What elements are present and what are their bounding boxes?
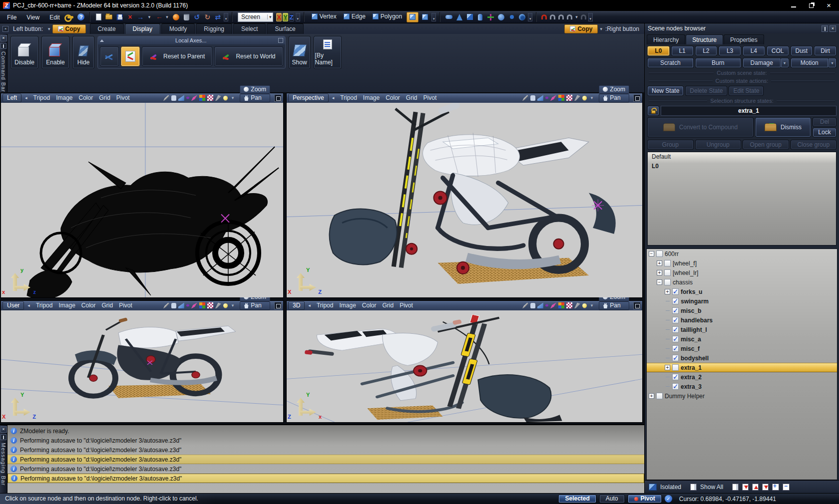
layer-l4-button[interactable]: L4 (743, 46, 765, 56)
tree-checkbox[interactable] (672, 374, 679, 380)
tree-checkbox[interactable] (672, 345, 679, 352)
current-state-field[interactable]: extra_1 (661, 106, 837, 116)
menu-view[interactable]: View (21, 14, 44, 21)
feather-icon[interactable] (215, 95, 221, 101)
tree-checkbox[interactable] (672, 307, 679, 314)
maximize-viewport-icon[interactable] (633, 302, 641, 309)
panel-pin-icon[interactable] (822, 25, 828, 32)
tree-row[interactable]: +Dummy Helper (647, 391, 837, 401)
draw-icon[interactable] (163, 95, 169, 101)
edit-axes-button[interactable] (121, 46, 140, 66)
texture-icon[interactable] (207, 302, 213, 308)
primitive-pill-icon[interactable] (444, 12, 453, 22)
draw-icon[interactable] (522, 302, 528, 308)
texture-icon[interactable] (566, 302, 572, 308)
select-hand-icon[interactable] (530, 303, 535, 308)
zoom-button[interactable]: Zoom (240, 85, 270, 94)
tree-checkbox[interactable] (672, 317, 679, 323)
tree-expander-icon[interactable]: − (649, 251, 654, 256)
draw-icon[interactable] (163, 302, 169, 308)
collapse-group-icon[interactable] (100, 39, 104, 42)
viewport-menu-pivot[interactable]: Pivot (397, 302, 416, 309)
light-icon[interactable] (223, 303, 228, 308)
viewport-display-caret-icon[interactable]: ▾ (589, 303, 595, 308)
license-key-icon[interactable] (66, 12, 75, 22)
confirm-badge-icon[interactable]: ✓ (665, 495, 672, 503)
close-toolbar-icon[interactable]: × (2, 26, 8, 32)
light-icon[interactable] (582, 303, 587, 308)
tree-row[interactable]: +forks_u (647, 287, 837, 296)
magnet-face-icon[interactable] (567, 14, 572, 19)
layer-dirt-button[interactable]: Dirt (814, 46, 837, 56)
tree-row[interactable]: −600rr (647, 249, 837, 258)
viewport-perspective-canvas[interactable]: YXZ (287, 103, 642, 297)
tree-row[interactable]: +[wheel_f] (647, 258, 837, 268)
minimize-icon[interactable] (791, 3, 796, 7)
primitive-cylinder-icon[interactable] (475, 12, 485, 22)
ribbon-tab-select[interactable]: Select (233, 23, 266, 34)
viewport-3d-canvas[interactable]: YZx (287, 310, 642, 422)
screen-space-select[interactable]: Screen ▾ (238, 12, 274, 22)
message-row[interactable]: ZModeler is ready. (7, 426, 644, 436)
palette-icon[interactable] (558, 95, 564, 101)
fx-burn-button[interactable]: Burn (695, 58, 742, 68)
zoom-button[interactable]: Zoom (599, 85, 629, 94)
dismiss-button[interactable]: Dismiss (755, 117, 811, 137)
undo-icon[interactable]: ↺ (192, 12, 202, 22)
messaging-close-icon[interactable]: × (0, 426, 7, 433)
message-row[interactable]: Performing autosave to "d:\logiciel\zmod… (7, 445, 644, 455)
toolbar-overflow-icon[interactable]: ▾ (224, 13, 228, 21)
viewport-menu-tripod[interactable]: Tripod (314, 302, 336, 309)
state-lock-button[interactable] (647, 106, 659, 116)
magnet-red-icon[interactable] (541, 14, 547, 19)
export-icon[interactable]: → (136, 12, 145, 22)
message-row[interactable]: Performing autosave to "d:\logiciel\zmod… (7, 436, 644, 445)
layer-col-button[interactable]: COL (767, 46, 789, 56)
tree-expander-icon[interactable]: + (657, 270, 662, 275)
import-icon[interactable]: → (153, 12, 163, 22)
fx-motion-caret-icon[interactable]: ▾ (829, 58, 837, 68)
mode-vertex-button[interactable]: Vertex (308, 13, 340, 20)
state-list-item[interactable]: L0 (648, 162, 836, 171)
reset-to-parent-button[interactable]: Reset to Parent (142, 46, 212, 66)
hide-selected-icon[interactable] (742, 484, 749, 491)
wireframe-icon[interactable] (545, 97, 549, 100)
feather-icon[interactable] (215, 302, 221, 308)
viewport-menu-image[interactable]: Image (337, 302, 358, 309)
shade-icon[interactable] (178, 302, 184, 308)
palette-icon[interactable] (199, 95, 205, 101)
disable-button[interactable]: Disable (10, 36, 38, 69)
viewport-display-caret-icon[interactable]: ▾ (230, 95, 236, 100)
tree-expander-icon[interactable]: + (657, 260, 662, 266)
viewport-menu-tripod[interactable]: Tripod (33, 302, 55, 309)
pan-button[interactable]: Pan (240, 94, 270, 102)
expand-all-icon[interactable] (772, 484, 779, 491)
maximize-viewport-icon[interactable] (633, 94, 641, 102)
layer-l0-button[interactable]: L0 (647, 46, 670, 56)
tree-row[interactable]: −chassis (647, 277, 837, 287)
tree-expander-icon[interactable]: − (657, 279, 662, 285)
command-bar-close-icon[interactable]: × (0, 35, 7, 41)
tree-checkbox[interactable] (656, 393, 663, 399)
viewport-menu-grid[interactable]: Grid (96, 94, 113, 101)
state-list-item[interactable]: Default (648, 152, 836, 162)
paint-icon[interactable] (550, 95, 556, 101)
tree-row[interactable]: bodyshell (647, 353, 837, 363)
tree-row[interactable]: +extra_1 (647, 363, 837, 372)
tree-expander-icon[interactable]: + (649, 393, 654, 399)
trash-icon[interactable] (182, 12, 191, 22)
layer-dust-button[interactable]: Dust (791, 46, 813, 56)
pan-button[interactable]: Pan (599, 301, 629, 310)
by-name-button[interactable]: [By Name] (314, 36, 342, 69)
enable-button[interactable]: Enable (41, 36, 69, 69)
ribbon-tab-surface[interactable]: Surface (267, 23, 303, 34)
texture-icon[interactable] (207, 95, 213, 101)
messaging-pin-icon[interactable] (0, 434, 6, 440)
viewport-menu-grid[interactable]: Grid (404, 94, 420, 101)
magnet-overflow-icon[interactable]: ▾ (588, 13, 593, 21)
axis-z-button[interactable]: Z (289, 13, 294, 21)
viewport-back-icon[interactable]: ◂ (23, 95, 29, 100)
popout-group-icon[interactable] (278, 38, 283, 43)
ribbon-tab-create[interactable]: Create (90, 23, 124, 34)
viewport-user-canvas[interactable]: YXZ (1, 310, 283, 422)
